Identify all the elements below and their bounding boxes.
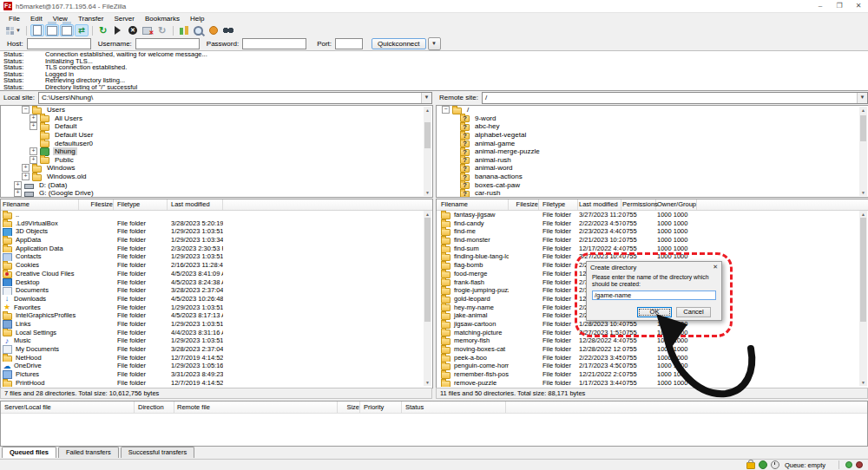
tree-item[interactable]: −/ [437,106,868,114]
file-row[interactable]: Local SettingsFile folder4/4/2023 8:31:1… [1,329,432,337]
tree-expander[interactable]: + [22,173,30,180]
scrollbar-thumb[interactable] [860,115,866,141]
scrollbar[interactable]: ▲▼ [424,211,431,386]
tree-item[interactable]: +banana-actions [437,173,868,181]
file-row[interactable]: ★FavoritesFile folder1/29/2023 1:03:51 .… [1,304,432,312]
column-header-filename[interactable]: Filename [438,199,509,210]
local-site-combo[interactable]: C:\Users\Nhung\ ▼ [38,92,432,104]
chevron-down-icon[interactable]: ▼ [421,93,431,103]
tree-item[interactable]: +boxes-cat-paw [437,180,868,189]
username-input[interactable] [135,38,200,49]
file-row[interactable]: find-sumFile folder12/17/2022 4:4...0755… [437,245,868,253]
file-row[interactable]: ↓DownloadsFile folder4/5/2023 10:26:48 .… [1,295,432,304]
queue-column-server-local-file[interactable]: Server/Local file [2,401,135,413]
queue-column-priority[interactable]: Priority [361,401,402,413]
host-input[interactable] [27,38,91,49]
file-row[interactable]: 3D ObjectsFile folder1/29/2023 1:03:51 .… [1,227,432,236]
column-header-filesize[interactable]: Filesize [78,199,114,210]
file-row[interactable]: My DocumentsFile folder3/28/2023 2:37:04… [1,345,432,354]
menu-item-file[interactable]: File [3,15,25,23]
tree-expander[interactable]: + [30,114,37,122]
site-manager-icon[interactable] [3,24,16,36]
file-row[interactable]: DesktopFile folder4/5/2023 8:24:38 AM [1,278,432,287]
minimize-button[interactable]: – [811,1,830,12]
tree-item[interactable]: +Windows [1,164,432,173]
column-header-filesize[interactable]: Filesize [508,199,539,210]
file-row[interactable]: fantasy-jigsawFile folder3/27/2023 11:2.… [437,211,868,219]
tree-item[interactable]: +D: (Data) [1,180,432,189]
password-input[interactable] [242,38,306,49]
toggle-remote-tree-icon[interactable] [60,24,74,36]
tree-item[interactable]: +animal-game [437,139,868,147]
maximize-button[interactable]: ❐ [830,1,849,12]
tree-item[interactable]: +defaultuser0 [1,139,432,147]
scroll-up-icon[interactable]: ▲ [859,211,867,218]
tab-failed-transfers[interactable]: Failed transfers [58,447,119,458]
file-row[interactable]: ♪MusicFile folder1/29/2023 1:03:51 ... [1,336,432,345]
tree-item[interactable]: +All Users [1,114,432,123]
refresh-icon[interactable]: ↻ [96,24,110,36]
tree-expander[interactable]: + [30,122,37,130]
tree-item[interactable]: +Default [1,122,432,131]
scroll-down-icon[interactable]: ▼ [859,379,867,386]
gear-icon[interactable] [759,460,767,469]
file-row[interactable]: PrintHoodFile folder12/7/2019 4:14:52 ..… [1,379,432,388]
scroll-up-icon[interactable]: ▲ [424,107,431,114]
scrollbar-thumb[interactable] [424,218,431,322]
menu-item-edit[interactable]: Edit [25,15,48,23]
cancel-operation-icon[interactable]: ✕ [126,24,140,36]
tree-expander[interactable]: + [14,189,22,197]
scrollbar[interactable]: ▲▼ [424,107,431,196]
menu-item-help[interactable]: Help [185,15,209,23]
file-row[interactable]: CookiesFile folder2/16/2023 11:28:45... [1,261,432,270]
lock-icon[interactable] [746,462,755,469]
queue-column-remote-file[interactable]: Remote file [174,401,338,413]
queue-column-direction[interactable]: Direction [135,401,174,413]
file-row[interactable]: find-candyFile folder2/22/2023 4:57:...0… [437,219,868,228]
scrollbar[interactable]: ▲▼ [859,107,867,196]
tree-item[interactable]: +G: (Google Drive) [1,189,432,198]
tree-expander[interactable]: + [22,164,30,172]
tree-item[interactable]: +alphabet-vegetal [437,131,868,140]
tree-expander[interactable]: − [442,106,450,114]
tree-item[interactable]: +Nhung [1,147,432,156]
file-row[interactable]: AppDataFile folder1/29/2023 1:03:34 ... [1,236,432,245]
column-header-last-modified[interactable]: Last modified [576,199,621,210]
tree-expander[interactable]: + [30,156,37,164]
file-row[interactable]: IntelGraphicsProfilesFile folder4/5/2023… [1,311,432,320]
scrollbar-thumb[interactable] [424,122,431,148]
toggle-transfer-queue-icon[interactable]: ⇄ [75,24,89,36]
tree-expander[interactable]: − [22,106,30,114]
scrollbar-thumb[interactable] [860,218,866,322]
tree-item[interactable]: +Windows.old [1,173,432,181]
directory-comparison-icon[interactable] [177,24,191,36]
file-row[interactable]: .Ld9VirtualBoxFile folder3/28/2023 5:20:… [1,219,432,228]
menu-item-bookmarks[interactable]: Bookmarks [140,15,185,23]
port-input[interactable] [335,38,363,49]
menu-item-server[interactable]: Server [108,15,140,23]
menu-item-transfer[interactable]: Transfer [73,15,109,23]
column-header-permissions[interactable]: Permissions [620,199,656,210]
scroll-down-icon[interactable]: ▼ [424,189,431,196]
tree-item[interactable]: +Public [1,156,432,165]
toggle-message-log-icon[interactable] [30,24,44,36]
filter-icon[interactable] [192,24,206,36]
tab-queued-files[interactable]: Queued files [2,447,56,458]
tree-item[interactable]: +Default User [1,131,432,140]
file-row[interactable]: PicturesFile folder3/31/2023 8:49:23 ... [1,370,432,379]
file-row[interactable]: Creative Cloud FilesFile folder4/5/2023 … [1,270,432,278]
scroll-down-icon[interactable]: ▼ [424,379,431,386]
close-button[interactable]: ✕ [849,1,868,12]
column-header-filename[interactable]: Filename [0,199,79,210]
tree-item[interactable]: −Users [1,106,432,114]
chevron-down-icon[interactable]: ▼ [857,93,867,103]
tree-item[interactable]: +animal-rush [437,156,868,165]
scrollbar[interactable]: ▲▼ [859,211,867,386]
column-header-filetype[interactable]: Filetype [115,199,168,210]
toggle-local-tree-icon[interactable] [45,24,59,36]
quickconnect-dropdown[interactable]: ▼ [428,37,441,50]
tree-item[interactable]: +animal-merge-puzzle [437,147,868,156]
scroll-up-icon[interactable]: ▲ [424,211,431,218]
tree-item[interactable]: +9-word [437,114,868,123]
file-row[interactable]: DocumentsFile folder3/28/2023 2:37:04 ..… [1,286,432,295]
